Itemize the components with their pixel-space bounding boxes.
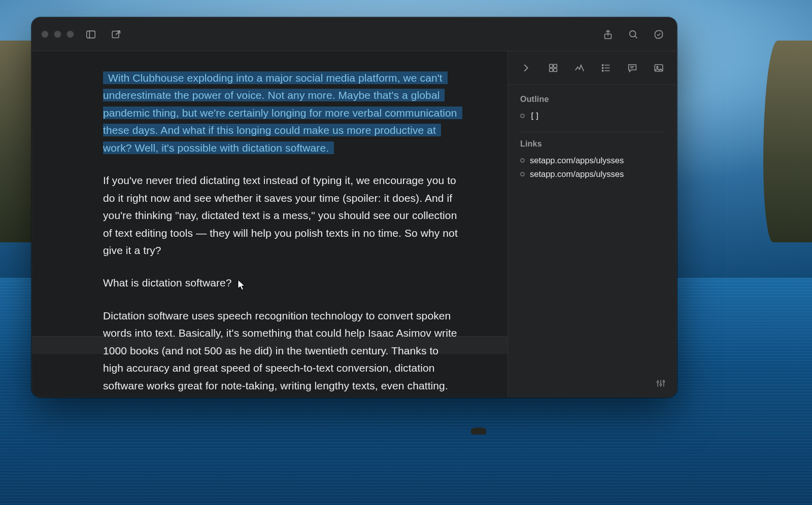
window-body: With Clubhouse exploding into a major so…: [32, 51, 676, 397]
editor-pane[interactable]: With Clubhouse exploding into a major so…: [32, 51, 507, 397]
bullet-icon: [520, 158, 525, 163]
wallpaper-decor: [471, 427, 486, 435]
wallpaper-decor: [763, 41, 812, 242]
link-label: setapp.com/apps/ulysses: [530, 169, 624, 179]
editor-content[interactable]: With Clubhouse exploding into a major so…: [32, 51, 507, 397]
svg-rect-5: [550, 64, 553, 67]
paragraph[interactable]: If you've never tried dictating text ins…: [103, 172, 462, 259]
inspector-toolbar: [508, 51, 676, 85]
svg-point-4: [630, 30, 636, 37]
inspector-body: Outline [] Links setapp.com/apps/ulysses…: [508, 85, 676, 191]
inspector-tab-outline[interactable]: [599, 61, 613, 75]
review-badge-button[interactable]: [652, 28, 665, 41]
collapse-inspector-button[interactable]: [519, 61, 532, 75]
desktop-wallpaper: With Clubhouse exploding into a major so…: [0, 0, 812, 505]
svg-point-9: [602, 64, 603, 65]
link-item[interactable]: setapp.com/apps/ulysses: [520, 167, 664, 181]
inspector-tab-comments[interactable]: [626, 61, 639, 75]
section-divider: [520, 132, 664, 132]
svg-rect-8: [554, 68, 557, 71]
link-label: setapp.com/apps/ulysses: [530, 156, 624, 165]
svg-rect-6: [554, 64, 557, 67]
paragraph-highlighted[interactable]: With Clubhouse exploding into a major so…: [103, 69, 462, 157]
search-button[interactable]: [627, 28, 640, 41]
inspector-settings-button[interactable]: [654, 377, 667, 390]
link-item[interactable]: setapp.com/apps/ulysses: [520, 154, 664, 167]
right-toolbar-group: [601, 28, 665, 41]
outline-section-title: Outline: [520, 95, 664, 104]
heading[interactable]: What is dictation software?: [103, 274, 462, 292]
inspector-pane: Outline [] Links setapp.com/apps/ulysses…: [508, 51, 676, 397]
app-window: With Clubhouse exploding into a major so…: [31, 17, 677, 398]
bullet-icon: [520, 114, 525, 118]
share-button[interactable]: [601, 28, 615, 41]
svg-rect-2: [112, 31, 119, 38]
svg-rect-0: [87, 31, 95, 38]
svg-point-20: [657, 381, 659, 383]
inspector-tab-grid[interactable]: [547, 61, 560, 75]
toggle-sidebar-button[interactable]: [84, 28, 97, 41]
inspector-tab-media[interactable]: [652, 61, 665, 75]
outline-item[interactable]: []: [520, 109, 664, 123]
svg-point-10: [602, 67, 603, 68]
inspector-tab-stats[interactable]: [573, 61, 586, 75]
links-section-title: Links: [520, 139, 664, 149]
selection: [103, 71, 108, 84]
svg-point-24: [663, 381, 664, 382]
bullet-icon: [520, 172, 525, 176]
svg-point-22: [660, 384, 661, 385]
close-window-button[interactable]: [41, 30, 49, 38]
titlebar: [32, 18, 676, 51]
svg-point-18: [657, 66, 658, 67]
compose-button[interactable]: [110, 28, 123, 41]
svg-point-11: [602, 70, 603, 71]
svg-rect-7: [550, 68, 553, 71]
paragraph[interactable]: Dictation software uses speech recogniti…: [103, 307, 462, 394]
minimize-window-button[interactable]: [54, 30, 61, 38]
window-controls: [41, 30, 74, 38]
outline-item-label: []: [530, 111, 539, 121]
selection-text: With Clubhouse exploding into a major so…: [103, 71, 462, 154]
fullscreen-window-button[interactable]: [66, 30, 74, 38]
left-toolbar-group: [84, 28, 123, 41]
